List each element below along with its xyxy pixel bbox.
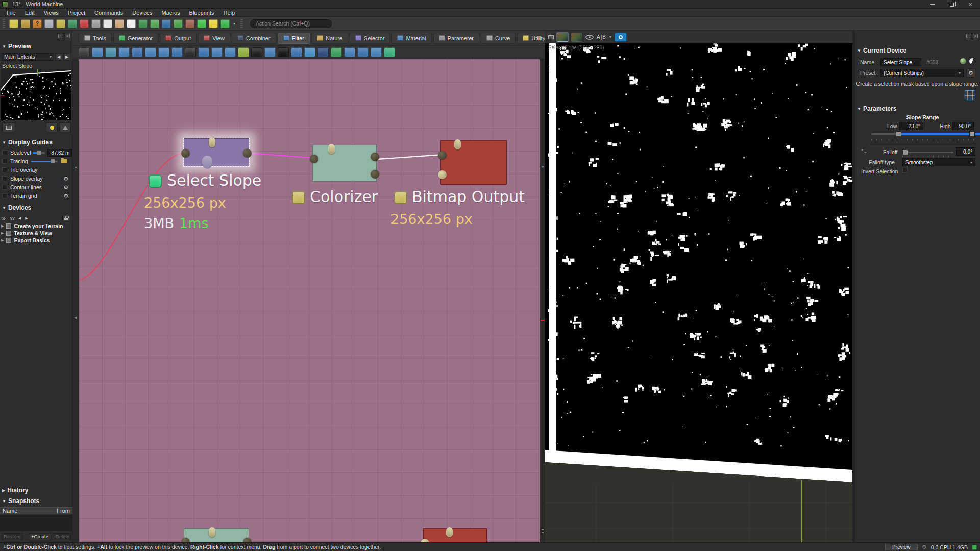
toolbar-icon[interactable] [44, 19, 54, 28]
falloff-slider[interactable] [902, 152, 953, 153]
device-icon[interactable] [158, 47, 169, 57]
next-extent-button[interactable]: ▶ [63, 53, 70, 61]
folder-icon[interactable] [61, 159, 67, 163]
device-icon[interactable] [251, 47, 262, 57]
input-port[interactable] [310, 155, 318, 163]
tiled-build-button[interactable] [964, 90, 975, 101]
history-section-header[interactable]: ▶ History [2, 487, 29, 494]
toolbar-icon[interactable] [197, 19, 206, 28]
ab-compare-label[interactable]: A|B [597, 34, 606, 40]
lighting-button[interactable] [46, 122, 58, 132]
minimize-button[interactable] [925, 0, 940, 9]
device-tab[interactable]: Output [160, 33, 197, 44]
extents-dropdown[interactable]: Main Extents ▾ [2, 53, 54, 61]
input-port[interactable] [181, 149, 190, 158]
scroll-up-icon[interactable]: ▲ [74, 165, 78, 169]
display-guides-header[interactable]: ▼ Display Guides [2, 139, 53, 146]
toolbar-icon[interactable] [80, 19, 89, 28]
node-top-tab[interactable] [446, 527, 453, 537]
toolbar-icon[interactable] [91, 19, 101, 28]
tracing-checkbox[interactable] [2, 159, 7, 164]
expand-icon[interactable]: ▶ [1, 224, 4, 228]
device-group-row[interactable]: ▶ Texture & View [1, 230, 71, 236]
parameters-header[interactable]: ▼ Parameters [857, 105, 896, 112]
menu-item[interactable]: Devices [128, 9, 157, 17]
menu-item[interactable]: Edit [20, 9, 39, 17]
toolbar-icon[interactable] [21, 19, 30, 28]
menu-item[interactable]: Blueprints [185, 9, 219, 17]
eye-icon[interactable] [585, 33, 594, 42]
slope-high-handle[interactable] [969, 131, 975, 137]
expand-icon[interactable]: ▶ [1, 238, 4, 242]
device-icon[interactable] [145, 47, 156, 57]
toolbar-icon[interactable] [68, 19, 77, 28]
restore-snapshot-button[interactable]: Restore [2, 533, 23, 540]
expand-icon[interactable]: ▶ [1, 231, 4, 235]
scroll-left-icon[interactable]: ◀ [74, 316, 77, 320]
snapshots-list[interactable] [0, 515, 72, 531]
node-top-tab[interactable] [209, 527, 215, 537]
preset-gear-button[interactable]: ⚙ [966, 68, 975, 78]
toolbar-icon[interactable] [56, 19, 65, 28]
toolbar-icon[interactable] [127, 19, 136, 28]
node-colorizer[interactable] [312, 145, 377, 182]
terrain-grid-checkbox[interactable] [2, 193, 7, 198]
device-tab[interactable]: Nature [311, 33, 348, 44]
output-port-2[interactable] [371, 170, 379, 179]
input-port[interactable] [421, 539, 429, 542]
device-icon[interactable] [198, 47, 209, 57]
device-icon[interactable] [225, 47, 236, 57]
device-tab[interactable]: Selector [350, 33, 390, 44]
gear-icon[interactable]: ⚙ [63, 176, 68, 182]
device-tab[interactable]: Tools [79, 33, 112, 44]
sealevel-value[interactable]: 87.62 m [47, 149, 72, 157]
output-port[interactable] [371, 153, 379, 161]
slope-low-handle[interactable] [896, 131, 901, 137]
device-icon[interactable] [79, 47, 90, 57]
toolbar-icon[interactable] [185, 19, 194, 28]
restore-button[interactable] [944, 0, 960, 9]
device-icon[interactable] [118, 47, 130, 57]
create-snapshot-button[interactable]: +Create [29, 533, 51, 540]
output-port[interactable] [243, 149, 252, 158]
device-icon[interactable] [278, 47, 289, 57]
device-icon[interactable] [357, 47, 369, 57]
menu-item[interactable]: Project [63, 9, 90, 17]
node-select-slope[interactable] [184, 138, 249, 166]
node-top-tab[interactable] [454, 139, 461, 149]
next-icon[interactable]: ▶ [25, 216, 28, 220]
canvas-left-scrollbar[interactable]: ▲ ◀ [72, 59, 79, 542]
input-port-2[interactable] [438, 170, 447, 179]
device-icon[interactable] [172, 47, 183, 57]
close-button[interactable]: × [963, 0, 978, 9]
device-icon[interactable] [344, 47, 355, 57]
falloff-handle[interactable] [902, 149, 908, 155]
device-tab[interactable]: Curve [481, 33, 516, 44]
view-3d-toggle-icon[interactable] [571, 33, 582, 42]
world-preview-icon[interactable] [960, 58, 967, 65]
falloff-type-dropdown[interactable]: Smoothstep ▾ [902, 158, 975, 166]
device-tab[interactable]: Combiner [232, 33, 276, 44]
input-port[interactable] [181, 538, 190, 542]
node-partial-red[interactable] [423, 528, 487, 542]
preview-mode-button[interactable]: Preview [885, 544, 918, 550]
tile-overlay-checkbox[interactable] [2, 167, 7, 172]
falloff-expression-icon[interactable]: *⌄ [861, 148, 868, 154]
lock-button[interactable] [62, 215, 70, 222]
prev-icon[interactable]: ◀ [18, 216, 21, 220]
preset-dropdown[interactable]: (Current Settings) ▾ [880, 69, 964, 77]
falloff-input[interactable]: 0.0° [956, 147, 975, 156]
scroll-down-icon[interactable]: ▼ [541, 165, 545, 169]
float-panel-icon[interactable] [58, 34, 63, 38]
node-graph-canvas[interactable]: Select Slope 256x256 px 3MB 1ms Colorize… [79, 59, 540, 542]
device-tab[interactable]: Generator [113, 33, 159, 44]
sealevel-slider[interactable] [33, 152, 45, 154]
menu-item[interactable]: Macros [157, 9, 184, 17]
toolbar-grip[interactable] [240, 19, 243, 28]
toolbar-icon[interactable] [103, 19, 112, 28]
device-icon[interactable] [185, 47, 196, 57]
toolbar-icon[interactable]: ? [33, 19, 42, 28]
contrast-icon[interactable] [969, 58, 976, 65]
current-device-header[interactable]: ▼ Current Device [857, 47, 906, 54]
sealevel-checkbox[interactable] [2, 150, 7, 155]
